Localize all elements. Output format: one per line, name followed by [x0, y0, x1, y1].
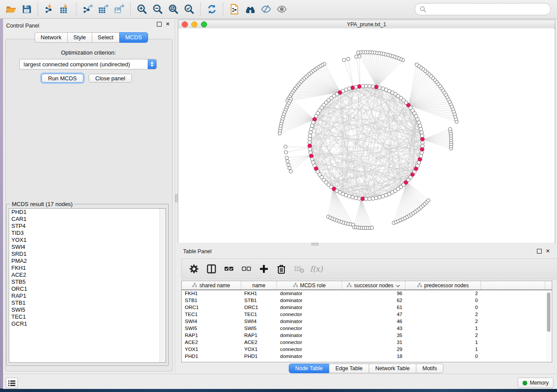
cell-predecessor-nodes[interactable]: 2 — [405, 290, 481, 297]
mcds-node-item[interactable]: PHD1 — [9, 209, 166, 216]
mcds-node-item[interactable]: SWI5 — [9, 306, 166, 313]
tab-mcds[interactable]: MCDS — [119, 32, 148, 43]
cell-successor-nodes[interactable]: 62 — [342, 297, 405, 304]
search-network-icon[interactable] — [244, 3, 257, 16]
cell-shared-name[interactable]: TEC1 — [182, 311, 241, 318]
table-row[interactable]: SWI4SWI4dominator462 — [182, 318, 552, 325]
table-scrollbar-thumb[interactable] — [547, 292, 550, 332]
table-row[interactable]: PHD1PHD1dominator180 — [182, 353, 552, 360]
table-row[interactable]: RAP1RAP1dominator352 — [182, 332, 552, 339]
column-header-shared-name[interactable]: shared name — [182, 281, 241, 289]
cell-MCDS-role[interactable]: connector — [277, 346, 342, 353]
zoom-selected-icon[interactable] — [183, 3, 196, 16]
search-box[interactable] — [415, 3, 551, 15]
table-row[interactable]: TEC1TEC1connector472 — [182, 311, 552, 318]
hide-visual-icon[interactable] — [259, 3, 273, 16]
mcds-node-item[interactable]: STP4 — [9, 223, 166, 230]
cell-successor-nodes[interactable]: 18 — [342, 353, 405, 360]
cell-shared-name[interactable]: ACE2 — [182, 339, 241, 346]
cell-MCDS-role[interactable]: connector — [277, 311, 342, 318]
cell-MCDS-role[interactable]: connector — [277, 325, 342, 332]
cell-predecessor-nodes[interactable]: 2 — [405, 311, 481, 318]
table-row[interactable]: YOX1YOX1connector291 — [182, 346, 552, 353]
horizontal-splitter[interactable] — [178, 243, 554, 246]
column-header-MCDS-role[interactable]: MCDS role — [277, 281, 342, 289]
cell-MCDS-role[interactable]: connector — [277, 339, 342, 346]
table-row[interactable]: SWI5SWI5connector431 — [182, 325, 552, 332]
cell-MCDS-role[interactable]: dominator — [277, 297, 342, 304]
cell-predecessor-nodes[interactable]: 0 — [405, 353, 481, 360]
mcds-node-item[interactable]: FKH1 — [9, 265, 166, 272]
cell-predecessor-nodes[interactable]: 1 — [405, 346, 481, 353]
export-table-icon[interactable] — [97, 3, 110, 16]
cell-successor-nodes[interactable]: 31 — [342, 339, 405, 346]
cell-predecessor-nodes[interactable]: 2 — [405, 318, 481, 325]
gear-icon[interactable] — [188, 263, 200, 275]
column-header-name[interactable]: name — [241, 281, 277, 289]
cell-successor-nodes[interactable]: 47 — [342, 311, 405, 318]
show-visual-icon[interactable] — [275, 3, 288, 16]
cell-name[interactable]: SWI5 — [241, 325, 277, 332]
column-header-predecessor-nodes[interactable]: predecessor nodes — [405, 281, 481, 289]
export-image-icon[interactable] — [113, 3, 126, 16]
memory-button[interactable]: Memory — [518, 378, 554, 388]
cell-predecessor-nodes[interactable]: 0 — [405, 297, 481, 304]
mcds-list-scrollbar[interactable] — [159, 209, 166, 362]
float-table-panel-icon[interactable] — [537, 249, 542, 254]
cell-MCDS-role[interactable]: dominator — [277, 318, 342, 325]
mcds-node-item[interactable]: STB5 — [9, 279, 166, 285]
cell-name[interactable]: PHD1 — [241, 353, 277, 360]
column-header-successor-nodes[interactable]: successor nodes — [342, 281, 405, 289]
network-graph[interactable] — [178, 28, 554, 242]
cell-name[interactable]: RAP1 — [241, 332, 277, 339]
cell-MCDS-role[interactable]: dominator — [277, 353, 342, 360]
optimization-criterion-select[interactable]: largest connected component (undirected) — [19, 59, 157, 69]
cell-successor-nodes[interactable]: 61 — [342, 304, 405, 311]
tab-edge-table[interactable]: Edge Table — [329, 364, 369, 373]
share-document-icon[interactable] — [228, 3, 241, 16]
table-row[interactable]: ORC1ORC1dominator610 — [182, 304, 552, 311]
mcds-node-item[interactable]: YOX1 — [9, 237, 166, 244]
cell-MCDS-role[interactable]: dominator — [277, 332, 342, 339]
cell-shared-name[interactable]: ORC1 — [182, 304, 241, 311]
cell-name[interactable]: TEC1 — [241, 311, 277, 318]
float-panel-icon[interactable] — [157, 22, 162, 27]
mcds-node-item[interactable]: RAP1 — [9, 292, 166, 299]
refresh-icon[interactable] — [205, 3, 218, 16]
cell-shared-name[interactable]: PHD1 — [182, 353, 241, 360]
cell-successor-nodes[interactable]: 35 — [342, 332, 405, 339]
zoom-out-icon[interactable] — [151, 3, 164, 16]
table-row[interactable]: STB1STB1dominator620 — [182, 297, 552, 304]
add-row-icon[interactable] — [258, 263, 270, 275]
tab-node-table[interactable]: Node Table — [289, 364, 329, 373]
tab-select[interactable]: Select — [92, 32, 119, 43]
cell-shared-name[interactable]: FKH1 — [182, 290, 241, 297]
open-session-icon[interactable] — [4, 3, 17, 16]
cell-shared-name[interactable]: YOX1 — [182, 346, 241, 353]
cell-shared-name[interactable]: STB1 — [182, 297, 241, 304]
save-session-icon[interactable] — [20, 3, 33, 16]
cell-name[interactable]: ORC1 — [241, 304, 277, 311]
tab-network-table[interactable]: Network Table — [369, 364, 416, 373]
cell-name[interactable]: YOX1 — [241, 346, 277, 353]
zoom-fit-icon[interactable] — [167, 3, 180, 16]
mcds-node-item[interactable]: STB1 — [9, 299, 166, 306]
mcds-node-item[interactable]: TEC1 — [9, 313, 166, 320]
cell-shared-name[interactable]: SWI4 — [182, 318, 241, 325]
deselect-all-icon[interactable] — [240, 263, 253, 275]
tab-network[interactable]: Network — [35, 32, 67, 43]
zoom-in-icon[interactable] — [135, 3, 149, 16]
cell-predecessor-nodes[interactable]: 1 — [405, 339, 481, 346]
search-input[interactable] — [427, 6, 547, 13]
table-row[interactable]: ACE2ACE2connector311 — [182, 339, 552, 346]
cell-successor-nodes[interactable]: 29 — [342, 346, 405, 353]
table-scrollbar[interactable] — [546, 290, 551, 361]
cell-predecessor-nodes[interactable]: 2 — [405, 332, 481, 339]
select-all-icon[interactable] — [223, 263, 235, 275]
mcds-node-item[interactable]: SRD1 — [9, 251, 166, 258]
mcds-node-item[interactable]: ACE2 — [9, 272, 166, 279]
cell-MCDS-role[interactable]: dominator — [277, 290, 342, 297]
cell-name[interactable]: FKH1 — [241, 290, 277, 297]
cell-name[interactable]: ACE2 — [241, 339, 277, 346]
delete-row-icon[interactable] — [275, 263, 287, 275]
